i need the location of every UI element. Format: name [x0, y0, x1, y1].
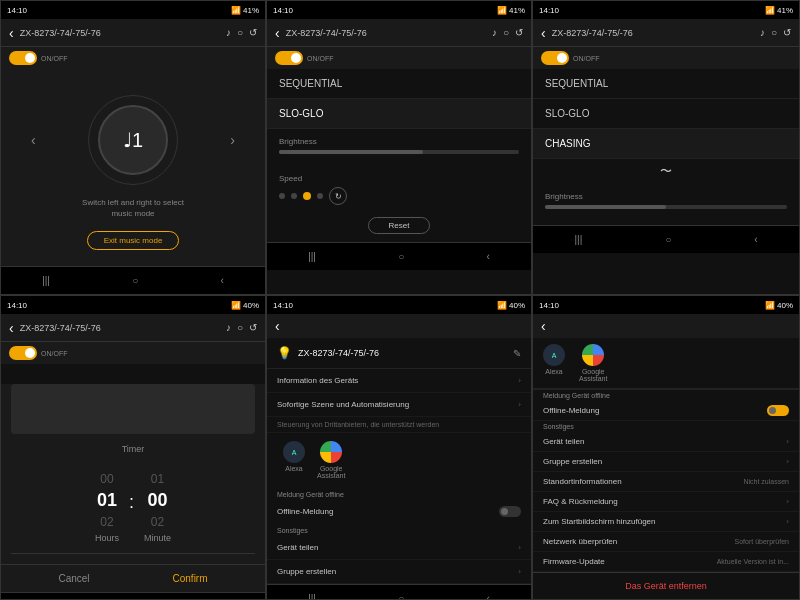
- brightness-slider-3[interactable]: [545, 205, 787, 209]
- alexa-icon: A: [283, 441, 305, 463]
- speed-dot-3-active: [303, 192, 311, 200]
- nav-back-btn-3[interactable]: ‹: [754, 234, 757, 245]
- back-icon-4[interactable]: ‹: [9, 320, 14, 336]
- settings-list: Information des Geräts › Sofortige Szene…: [267, 369, 531, 584]
- refresh-icon-1: ↺: [249, 27, 257, 38]
- location-row[interactable]: Standortinformationen Nicht zulassen: [533, 472, 799, 492]
- more-settings-back-icon[interactable]: ‹: [541, 318, 546, 334]
- settings-back-icon[interactable]: ‹: [275, 318, 280, 334]
- nav-circle-btn-5[interactable]: ○: [398, 593, 404, 600]
- panel-chasing: 14:10 📶 41% ‹ ZX-8273/-74/-75/-76 ♪ ○ ↺ …: [532, 0, 800, 295]
- status-bar-6: 14:10 📶 40%: [533, 296, 799, 314]
- status-bar-3: 14:10 📶 41%: [533, 1, 799, 19]
- google-assistant-block[interactable]: Google Assistant: [317, 441, 345, 479]
- toggle-label-4: ON/OFF: [41, 350, 67, 357]
- cancel-timer-button[interactable]: Cancel: [58, 573, 89, 584]
- on-off-toggle-1[interactable]: [9, 51, 37, 65]
- on-off-toggle-2[interactable]: [275, 51, 303, 65]
- speed-dot-4: [317, 193, 323, 199]
- hours-value[interactable]: 01: [97, 490, 117, 511]
- back-icon-2[interactable]: ‹: [275, 25, 280, 41]
- alexa-label-6: Alexa: [545, 368, 563, 375]
- group-label-6: Gruppe erstellen: [543, 457, 602, 466]
- location-label: Standortinformationen: [543, 477, 622, 486]
- effect-chasing[interactable]: CHASING: [533, 129, 799, 159]
- bottom-nav-2: ||| ○ ‹: [267, 242, 531, 270]
- reset-button[interactable]: Reset: [368, 217, 431, 234]
- offline-text-6: Offline-Meldung: [543, 406, 599, 415]
- nav-back-btn-2[interactable]: ‹: [487, 251, 490, 262]
- toggle-row-1: ON/OFF: [1, 47, 265, 69]
- nav-home-btn-5[interactable]: |||: [308, 593, 316, 600]
- settings-device-name: ZX-8273/-74/-75/-76: [298, 348, 507, 358]
- offline-section-6-label: Meldung Gerät offline: [533, 389, 799, 401]
- prev-music-mode[interactable]: ‹: [31, 132, 36, 148]
- hours-prev: 00: [100, 472, 113, 486]
- on-off-toggle-4[interactable]: [9, 346, 37, 360]
- edit-device-icon[interactable]: ✎: [513, 348, 521, 359]
- status-bar-5: 14:10 📶 40%: [267, 296, 531, 314]
- nav-circle-btn-2[interactable]: ○: [398, 251, 404, 262]
- brightness-slider[interactable]: [279, 150, 519, 154]
- google-label-6: Google Assistant: [579, 368, 607, 382]
- toggle-label-2: ON/OFF: [307, 55, 333, 62]
- share-label: Gerät teilen: [277, 543, 318, 552]
- offline-row: Offline-Meldung: [277, 502, 521, 521]
- google-block-6[interactable]: Google Assistant: [579, 344, 607, 382]
- homescreen-row[interactable]: Zum Startbildschirm hinzufügen ›: [533, 512, 799, 532]
- brightness-fill-3: [545, 205, 666, 209]
- share-item[interactable]: Gerät teilen ›: [267, 536, 531, 560]
- scene-item[interactable]: Sofortige Szene und Automatisierung ›: [267, 393, 531, 417]
- panel-music: 14:10 📶 41% ‹ ZX-8273/-74/-75/-76 ♪ ○ ↺ …: [0, 0, 266, 295]
- effect-sequential[interactable]: SEQUENTIAL: [267, 69, 531, 99]
- firmware-row[interactable]: Firmware-Update Aktuelle Version ist in.…: [533, 552, 799, 572]
- refresh-icon-3: ↺: [783, 27, 791, 38]
- status-bar-4: 14:10 📶 40%: [1, 296, 265, 314]
- faq-row[interactable]: FAQ & Rückmeldung ›: [533, 492, 799, 512]
- effects-list: SEQUENTIAL SLO-GLO Brightness Speed ↻ Re…: [267, 69, 531, 242]
- alexa-google-row-6: A Alexa Google Assistant: [533, 338, 799, 389]
- speed-dot-1: [279, 193, 285, 199]
- group-item[interactable]: Gruppe erstellen ›: [267, 560, 531, 584]
- timer-content: Timer 00 01 02 Hours : 01 00 02 Minute C: [1, 384, 265, 592]
- bottom-nav-5: ||| ○ ‹: [267, 584, 531, 600]
- network-row[interactable]: Netzwerk überprüfen Sofort überprüfen: [533, 532, 799, 552]
- nav-back-btn-1[interactable]: ‹: [221, 275, 224, 286]
- on-off-toggle-3[interactable]: [541, 51, 569, 65]
- share-row-6[interactable]: Gerät teilen ›: [533, 432, 799, 452]
- confirm-timer-button[interactable]: Confirm: [173, 573, 208, 584]
- nav-circle-btn-3[interactable]: ○: [665, 234, 671, 245]
- minutes-prev: 01: [151, 472, 164, 486]
- speed-circle-button[interactable]: ↻: [329, 187, 347, 205]
- info-item[interactable]: Information des Geräts ›: [267, 369, 531, 393]
- nav-back-btn-5[interactable]: ‹: [487, 593, 490, 600]
- bulb-icon: 💡: [277, 346, 292, 360]
- offline-toggle-6[interactable]: [767, 405, 789, 416]
- nav-home-btn-2[interactable]: |||: [308, 251, 316, 262]
- toggle-row-3: ON/OFF: [533, 47, 799, 69]
- exit-music-mode-button[interactable]: Exit music mode: [87, 231, 180, 250]
- minutes-value[interactable]: 00: [147, 490, 167, 511]
- brightness-label: Brightness: [279, 137, 519, 146]
- offline-toggle[interactable]: [499, 506, 521, 517]
- toggle-row-4: ON/OFF: [1, 342, 265, 364]
- remove-device-button[interactable]: Das Gerät entfernen: [533, 572, 799, 599]
- music-icon-2: ♪: [492, 27, 497, 38]
- next-music-mode[interactable]: ›: [230, 132, 235, 148]
- offline-section-label: Meldung Gerät offline: [277, 491, 521, 498]
- nav-circle-btn-1[interactable]: ○: [132, 275, 138, 286]
- back-icon-1[interactable]: ‹: [9, 25, 14, 41]
- effect-slo-glo-3[interactable]: SLO-GLO: [533, 99, 799, 129]
- alexa-icon-6: A: [543, 344, 565, 366]
- back-icon-3[interactable]: ‹: [541, 25, 546, 41]
- sonstiges-label-6: Sonstiges: [533, 421, 799, 432]
- toggle-label-1: ON/OFF: [41, 55, 67, 62]
- effect-slo-glo[interactable]: SLO-GLO: [267, 99, 531, 129]
- nav-home-btn-1[interactable]: |||: [42, 275, 50, 286]
- group-row-6[interactable]: Gruppe erstellen ›: [533, 452, 799, 472]
- alexa-block-6[interactable]: A Alexa: [543, 344, 565, 382]
- status-bar-1: 14:10 📶 41%: [1, 1, 265, 19]
- effect-sequential-3[interactable]: SEQUENTIAL: [533, 69, 799, 99]
- alexa-block[interactable]: A Alexa: [283, 441, 305, 479]
- nav-home-btn-3[interactable]: |||: [574, 234, 582, 245]
